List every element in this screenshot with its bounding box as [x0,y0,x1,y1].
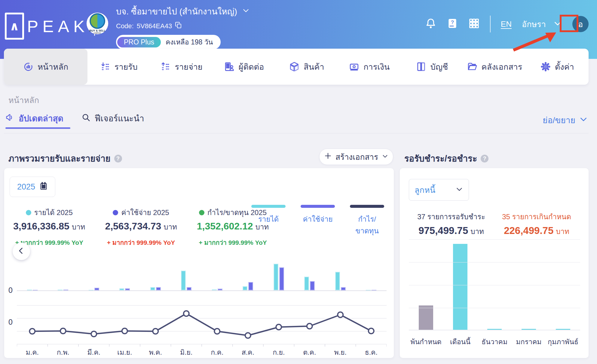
profit-point-พ.ย.[interactable] [338,312,343,317]
legend-label: รายได้ [251,213,286,225]
profit-point-ธ.ค.[interactable] [369,328,374,334]
expense-bar[interactable] [187,287,191,290]
recv-bar-slot-มกราคม[interactable] [512,329,546,330]
income-bar[interactable] [274,264,278,290]
nav-item-contacts[interactable]: ผู้ติดต่อ [213,49,275,85]
income-bar[interactable] [366,290,371,290]
active-tab-underline [5,127,70,129]
collapse-expand-toggle[interactable]: ย่อ/ขยาย [543,114,588,127]
nav-item-accounting[interactable]: บัญชี [401,49,463,85]
income-bar[interactable] [181,271,186,290]
profit-point-มี.ค.[interactable] [91,331,96,337]
year-selector[interactable]: 2025 [10,177,55,197]
nav-item-expense-list[interactable]: รายจ่าย [150,49,213,85]
income-bar[interactable] [58,290,63,290]
bar-group-ก.พ.[interactable] [48,290,79,290]
profit-point-ก.พ.[interactable] [60,328,66,334]
profit-line-chart[interactable] [17,302,387,347]
recv-bar-slot-เดือนนี้[interactable] [443,244,477,330]
income-bar[interactable] [304,277,309,290]
apps-grid-icon[interactable] [468,18,480,30]
plan-badge[interactable]: PRO Plus คงเหลือ 198 วัน [116,35,221,49]
profit-point-ต.ค.[interactable] [307,323,312,329]
expense-bar[interactable] [63,290,68,290]
nav-item-settings[interactable]: ตั้งค่า [526,49,589,85]
receivables-bar-chart[interactable] [409,239,580,330]
bar-group-พ.ย.[interactable] [325,272,356,290]
peak-logo[interactable]: ∧ PEAK [5,13,95,40]
nav-item-home-dashboard[interactable]: หน้าหลัก [4,49,87,85]
profit-point-ก.ค.[interactable] [214,329,220,334]
tab-recommended-features[interactable]: ฟีเจอร์แนะนำ [81,112,144,125]
profit-point-ส.ค.[interactable] [245,333,251,338]
company-logo-image [90,13,105,29]
question-circle-icon[interactable]: ? [481,155,488,162]
nav-item-documents[interactable]: คลังเอกสาร [463,49,526,85]
expense-bar[interactable] [125,288,130,290]
bar-group-ส.ค.[interactable] [233,282,264,290]
bar-group-ม.ค.[interactable] [17,290,48,290]
income-bar[interactable] [27,290,32,290]
bar-group-ต.ค.[interactable] [294,277,325,290]
overdue-count: 35 รายการเกินกำหนด [502,211,571,223]
pending-count: 37 รายการรอรับชำระ [417,211,485,223]
company-selector[interactable]: บจ. ซื้อมาขายไป (สำนักงานใหญ่) [116,5,250,18]
profit-point-พ.ค.[interactable] [153,329,158,334]
expense-bar[interactable] [218,289,222,290]
copy-icon[interactable] [175,22,182,31]
recv-bar-slot-พ้นกำหนด[interactable] [409,305,443,330]
recv-bar[interactable] [522,329,536,330]
income-bar[interactable] [243,286,247,290]
month-label: พ.ย. [325,347,356,358]
bar-group-ธ.ค.[interactable] [356,290,387,290]
tab-latest-updates[interactable]: อัปเดตล่าสุด [5,112,63,125]
bar-group-ก.ค.[interactable] [202,289,233,290]
income-bar[interactable] [212,289,217,290]
income-bar[interactable] [150,287,155,290]
nav-item-products[interactable]: สินค้า [275,49,338,85]
expense-bar[interactable] [341,287,346,290]
expense-bar[interactable] [372,290,376,290]
recv-bar[interactable] [556,329,570,330]
language-toggle[interactable]: EN [501,20,512,29]
income-expense-bar-chart[interactable] [17,230,387,291]
income-bar[interactable] [335,272,340,290]
company-logo[interactable]: BUY & SELL COMPANY [87,13,108,34]
recv-bar-slot-ธันวาคม[interactable] [477,329,512,330]
nav-item-finance[interactable]: การเงิน [338,49,401,85]
profit-point-ม.ค.[interactable] [29,329,35,334]
expense-bar[interactable] [310,281,315,290]
expense-bar[interactable] [248,282,253,290]
nav-item-income-list[interactable]: รายรับ [87,49,150,85]
month-label: ต.ค. [294,347,325,358]
chevron-down-icon [579,115,588,126]
profit-point-เม.ย.[interactable] [122,328,127,334]
create-document-button[interactable]: สร้างเอกสาร [319,149,393,165]
bar-group-เม.ย.[interactable] [109,288,140,290]
help-book-icon[interactable]: ? [447,18,458,30]
income-bar[interactable] [119,288,124,290]
expense-bar[interactable] [279,267,284,290]
bar-group-พ.ค.[interactable] [140,287,171,290]
company-code: Code: 5V864EA43 [116,22,250,31]
profit-point-ก.ย.[interactable] [276,324,281,330]
recv-bar[interactable] [419,305,433,330]
notifications-bell-icon[interactable] [425,18,436,30]
bar-group-ก.ย.[interactable] [263,264,294,290]
expense-bar[interactable] [33,290,38,290]
recv-bar[interactable] [487,329,502,330]
company-logo-text: BUY & SELL [89,29,105,32]
question-circle-icon[interactable]: ? [114,155,122,162]
income-bar[interactable] [89,290,93,290]
svg-text:?: ? [451,19,454,25]
profit-point-มิ.ย.[interactable] [184,311,189,316]
recv-bar[interactable] [453,244,467,330]
recv-bar-slot-กุมภาพันธ์[interactable] [546,329,580,330]
user-name[interactable]: อักษรา [522,18,546,31]
bar-group-มิ.ย.[interactable] [171,271,202,290]
chevron-down-icon[interactable] [242,7,250,17]
expense-bar[interactable] [156,287,161,290]
expense-bar[interactable] [94,288,99,290]
bar-group-มี.ค.[interactable] [78,288,109,290]
receivable-type-dropdown[interactable]: ลูกหนี้ [409,179,469,201]
